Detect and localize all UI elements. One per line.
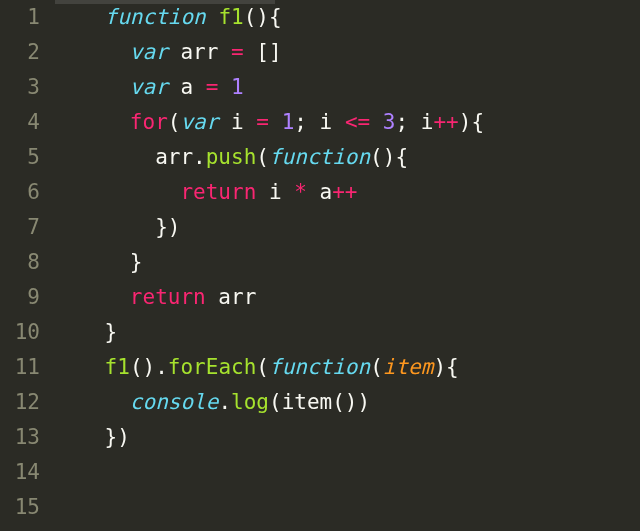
code-token: . [218,390,231,414]
code-token: console [130,390,219,414]
code-line[interactable]: function f1(){ [54,0,640,35]
line-number: 4 [10,105,40,140]
code-area[interactable]: function f1(){ var arr = [] var a = 1 fo… [54,0,640,531]
code-token [54,180,180,204]
code-token: * [294,180,307,204]
code-line[interactable]: return i * a++ [54,175,640,210]
code-token: item [383,355,434,379]
code-token: <= [345,110,370,134]
code-token [54,110,130,134]
code-line[interactable]: f1().forEach(function(item){ [54,350,640,385]
code-token: return [180,180,256,204]
line-number: 14 [10,455,40,490]
line-number: 8 [10,245,40,280]
code-token: = [206,75,219,99]
code-token: var [130,40,168,64]
code-token: i [218,110,256,134]
line-number: 2 [10,35,40,70]
code-token: (). [130,355,168,379]
code-line[interactable]: var arr = [] [54,35,640,70]
line-number: 12 [10,385,40,420]
code-token [54,390,130,414]
code-line[interactable] [54,490,640,525]
code-token: (){ [244,5,282,29]
code-line[interactable]: console.log(item()) [54,385,640,420]
line-number: 5 [10,140,40,175]
code-token: (){ [370,145,408,169]
code-line[interactable]: } [54,315,640,350]
code-line[interactable]: var a = 1 [54,70,640,105]
code-token: for [130,110,168,134]
code-token: ( [370,355,383,379]
code-token: function [105,5,206,29]
code-token: ()) [332,390,370,414]
code-line[interactable]: }) [54,420,640,455]
code-token [206,5,219,29]
code-token [218,75,231,99]
line-number: 15 [10,490,40,525]
line-number: 6 [10,175,40,210]
code-token: ++ [332,180,357,204]
line-number: 9 [10,280,40,315]
code-line[interactable]: }) [54,210,640,245]
line-number: 7 [10,210,40,245]
code-editor[interactable]: 123456789101112131415 function f1(){ var… [0,0,640,531]
code-token [54,40,130,64]
code-token [370,110,383,134]
code-line[interactable]: return arr [54,280,640,315]
code-line[interactable]: arr.push(function(){ [54,140,640,175]
code-token: arr [206,285,257,309]
line-number: 13 [10,420,40,455]
code-token: forEach [168,355,257,379]
code-token: var [130,75,168,99]
code-token: ; [396,110,421,134]
code-token: return [130,285,206,309]
code-token [54,355,105,379]
code-token: i [256,180,294,204]
code-token: 1 [231,75,244,99]
code-token: f1 [105,355,130,379]
line-number: 1 [10,0,40,35]
code-token: ; [294,110,319,134]
code-token: function [269,355,370,379]
code-token: a [307,180,332,204]
code-token: = [256,110,269,134]
code-token: 3 [383,110,396,134]
code-token: function [269,145,370,169]
line-number: 11 [10,350,40,385]
code-token: f1 [218,5,243,29]
code-token: item [282,390,333,414]
code-token [54,5,105,29]
code-token: ( [269,390,282,414]
code-token: ( [256,145,269,169]
code-token: arr [168,40,231,64]
line-number: 3 [10,70,40,105]
code-token [54,285,130,309]
code-token: push [206,145,257,169]
code-token: ){ [433,355,458,379]
line-number: 10 [10,315,40,350]
code-token: } [54,250,143,274]
code-token: [] [244,40,282,64]
code-token: i [320,110,345,134]
code-token: i [421,110,434,134]
code-line[interactable] [54,455,640,490]
line-number-gutter: 123456789101112131415 [0,0,54,531]
code-token: var [180,110,218,134]
code-token: ){ [459,110,484,134]
code-token [269,110,282,134]
code-token: } [54,320,117,344]
code-token: a [168,75,206,99]
code-token: ++ [433,110,458,134]
code-line[interactable]: } [54,245,640,280]
code-token [54,75,130,99]
code-token: }) [54,425,130,449]
code-token: 1 [282,110,295,134]
code-line[interactable]: for(var i = 1; i <= 3; i++){ [54,105,640,140]
code-token: }) [54,215,180,239]
code-token: log [231,390,269,414]
code-token: arr. [54,145,206,169]
code-token: ( [168,110,181,134]
code-token: = [231,40,244,64]
code-token: ( [256,355,269,379]
